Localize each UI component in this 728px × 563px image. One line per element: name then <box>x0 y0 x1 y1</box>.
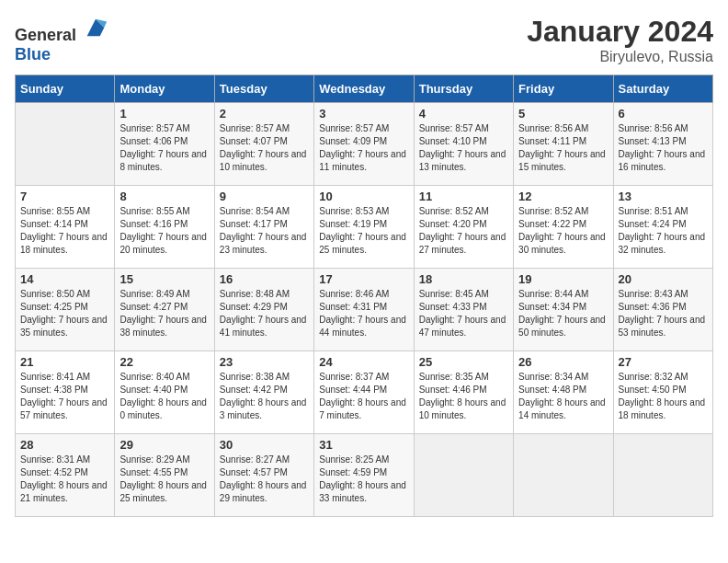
calendar-week-row: 1Sunrise: 8:57 AMSunset: 4:06 PMDaylight… <box>16 103 713 186</box>
day-info: Sunrise: 8:29 AMSunset: 4:55 PMDaylight:… <box>119 454 209 505</box>
day-info: Sunrise: 8:35 AMSunset: 4:46 PMDaylight:… <box>419 371 508 422</box>
day-info: Sunrise: 8:49 AMSunset: 4:27 PMDaylight:… <box>119 288 209 339</box>
calendar-week-row: 28Sunrise: 8:31 AMSunset: 4:52 PMDayligh… <box>16 434 713 517</box>
day-number: 20 <box>619 272 708 286</box>
calendar-cell: 15Sunrise: 8:49 AMSunset: 4:27 PMDayligh… <box>115 269 214 351</box>
day-number: 2 <box>220 107 309 121</box>
day-info: Sunrise: 8:56 AMSunset: 4:11 PMDaylight:… <box>518 122 608 174</box>
day-info: Sunrise: 8:43 AMSunset: 4:36 PMDaylight:… <box>619 288 708 339</box>
day-number: 26 <box>518 355 608 369</box>
day-info: Sunrise: 8:32 AMSunset: 4:50 PMDaylight:… <box>619 371 708 422</box>
day-info: Sunrise: 8:54 AMSunset: 4:17 PMDaylight:… <box>220 205 309 257</box>
calendar-cell: 31Sunrise: 8:25 AMSunset: 4:59 PMDayligh… <box>314 434 414 517</box>
day-number: 22 <box>119 355 209 369</box>
calendar-cell <box>514 434 613 517</box>
calendar-cell: 9Sunrise: 8:54 AMSunset: 4:17 PMDaylight… <box>214 186 313 269</box>
calendar-cell: 12Sunrise: 8:52 AMSunset: 4:22 PMDayligh… <box>514 186 613 269</box>
day-info: Sunrise: 8:52 AMSunset: 4:20 PMDaylight:… <box>419 205 508 257</box>
calendar-cell: 24Sunrise: 8:37 AMSunset: 4:44 PMDayligh… <box>314 351 414 434</box>
calendar-cell: 16Sunrise: 8:48 AMSunset: 4:29 PMDayligh… <box>214 269 313 351</box>
day-info: Sunrise: 8:57 AMSunset: 4:07 PMDaylight:… <box>220 122 309 174</box>
calendar-cell: 19Sunrise: 8:44 AMSunset: 4:34 PMDayligh… <box>514 269 613 351</box>
day-number: 21 <box>20 355 109 369</box>
day-info: Sunrise: 8:50 AMSunset: 4:25 PMDaylight:… <box>20 288 109 339</box>
calendar-cell: 30Sunrise: 8:27 AMSunset: 4:57 PMDayligh… <box>214 434 313 517</box>
calendar-table: SundayMondayTuesdayWednesdayThursdayFrid… <box>15 75 713 517</box>
day-info: Sunrise: 8:37 AMSunset: 4:44 PMDaylight:… <box>319 371 408 422</box>
calendar-cell: 25Sunrise: 8:35 AMSunset: 4:46 PMDayligh… <box>414 351 513 434</box>
calendar-cell: 3Sunrise: 8:57 AMSunset: 4:09 PMDaylight… <box>314 103 414 186</box>
calendar-cell: 21Sunrise: 8:41 AMSunset: 4:38 PMDayligh… <box>16 351 115 434</box>
calendar-cell: 27Sunrise: 8:32 AMSunset: 4:50 PMDayligh… <box>613 351 712 434</box>
day-info: Sunrise: 8:53 AMSunset: 4:19 PMDaylight:… <box>319 205 408 257</box>
day-number: 23 <box>220 355 309 369</box>
day-number: 28 <box>20 438 109 452</box>
calendar-cell: 1Sunrise: 8:57 AMSunset: 4:06 PMDaylight… <box>115 103 214 186</box>
day-number: 14 <box>20 272 109 286</box>
calendar-cell: 2Sunrise: 8:57 AMSunset: 4:07 PMDaylight… <box>214 103 313 186</box>
day-info: Sunrise: 8:55 AMSunset: 4:16 PMDaylight:… <box>119 205 209 257</box>
calendar-cell: 14Sunrise: 8:50 AMSunset: 4:25 PMDayligh… <box>16 269 115 351</box>
day-number: 6 <box>619 107 708 121</box>
day-info: Sunrise: 8:44 AMSunset: 4:34 PMDaylight:… <box>518 288 608 339</box>
day-info: Sunrise: 8:40 AMSunset: 4:40 PMDaylight:… <box>119 371 209 422</box>
calendar-week-row: 7Sunrise: 8:55 AMSunset: 4:14 PMDaylight… <box>16 186 713 269</box>
day-info: Sunrise: 8:25 AMSunset: 4:59 PMDaylight:… <box>319 454 408 505</box>
day-info: Sunrise: 8:31 AMSunset: 4:52 PMDaylight:… <box>20 454 109 505</box>
calendar-cell: 6Sunrise: 8:56 AMSunset: 4:13 PMDaylight… <box>613 103 712 186</box>
day-number: 27 <box>619 355 708 369</box>
day-number: 30 <box>220 438 309 452</box>
logo: General Blue <box>15 15 108 64</box>
logo-icon <box>83 15 108 40</box>
header-day: Saturday <box>613 75 712 103</box>
calendar-cell: 5Sunrise: 8:56 AMSunset: 4:11 PMDaylight… <box>514 103 613 186</box>
logo-general: General <box>15 26 76 44</box>
day-info: Sunrise: 8:38 AMSunset: 4:42 PMDaylight:… <box>220 371 309 422</box>
calendar-title: January 2024 <box>527 15 713 49</box>
calendar-cell <box>414 434 513 517</box>
calendar-week-row: 14Sunrise: 8:50 AMSunset: 4:25 PMDayligh… <box>16 269 713 351</box>
day-info: Sunrise: 8:45 AMSunset: 4:33 PMDaylight:… <box>419 288 508 339</box>
day-number: 1 <box>119 107 209 121</box>
day-number: 19 <box>518 272 608 286</box>
calendar-cell: 22Sunrise: 8:40 AMSunset: 4:40 PMDayligh… <box>115 351 214 434</box>
calendar-cell: 13Sunrise: 8:51 AMSunset: 4:24 PMDayligh… <box>613 186 712 269</box>
day-number: 31 <box>319 438 408 452</box>
calendar-cell: 7Sunrise: 8:55 AMSunset: 4:14 PMDaylight… <box>16 186 115 269</box>
day-number: 13 <box>619 190 708 203</box>
day-number: 5 <box>518 107 608 121</box>
header-day: Friday <box>514 75 613 103</box>
day-info: Sunrise: 8:57 AMSunset: 4:09 PMDaylight:… <box>319 122 408 174</box>
calendar-cell: 8Sunrise: 8:55 AMSunset: 4:16 PMDaylight… <box>115 186 214 269</box>
header-day: Sunday <box>16 75 115 103</box>
day-number: 11 <box>419 190 508 203</box>
calendar-subtitle: Biryulevo, Russia <box>527 49 713 65</box>
day-info: Sunrise: 8:55 AMSunset: 4:14 PMDaylight:… <box>20 205 109 257</box>
day-number: 29 <box>119 438 209 452</box>
day-info: Sunrise: 8:41 AMSunset: 4:38 PMDaylight:… <box>20 371 109 422</box>
calendar-cell: 17Sunrise: 8:46 AMSunset: 4:31 PMDayligh… <box>314 269 414 351</box>
title-block: January 2024 Biryulevo, Russia <box>527 15 713 65</box>
day-number: 16 <box>220 272 309 286</box>
day-number: 12 <box>518 190 608 203</box>
day-info: Sunrise: 8:57 AMSunset: 4:06 PMDaylight:… <box>119 122 209 174</box>
day-number: 15 <box>119 272 209 286</box>
calendar-cell <box>613 434 712 517</box>
day-number: 10 <box>319 190 408 203</box>
day-info: Sunrise: 8:46 AMSunset: 4:31 PMDaylight:… <box>319 288 408 339</box>
header-day: Tuesday <box>214 75 313 103</box>
day-number: 7 <box>20 190 109 203</box>
day-info: Sunrise: 8:34 AMSunset: 4:48 PMDaylight:… <box>518 371 608 422</box>
calendar-cell: 10Sunrise: 8:53 AMSunset: 4:19 PMDayligh… <box>314 186 414 269</box>
logo-text: General Blue <box>15 15 108 64</box>
header-day: Wednesday <box>314 75 414 103</box>
day-number: 17 <box>319 272 408 286</box>
day-number: 3 <box>319 107 408 121</box>
calendar-cell <box>16 103 115 186</box>
day-number: 4 <box>419 107 508 121</box>
day-number: 9 <box>220 190 309 203</box>
header-row: SundayMondayTuesdayWednesdayThursdayFrid… <box>16 75 713 103</box>
calendar-cell: 26Sunrise: 8:34 AMSunset: 4:48 PMDayligh… <box>514 351 613 434</box>
header-day: Monday <box>115 75 214 103</box>
calendar-cell: 18Sunrise: 8:45 AMSunset: 4:33 PMDayligh… <box>414 269 513 351</box>
